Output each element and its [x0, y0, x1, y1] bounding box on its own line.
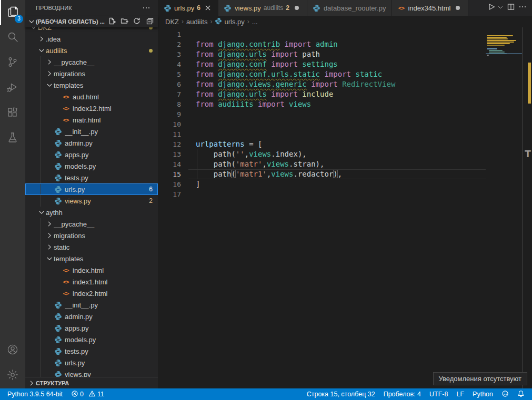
minimap[interactable] — [486, 27, 523, 388]
code-line-10[interactable]: 10 — [158, 119, 523, 129]
tree-item-tests.py[interactable]: tests.py — [25, 172, 158, 183]
tree-item-urls.py[interactable]: urls.py6 — [25, 183, 158, 195]
tree-item-matr.html[interactable]: <>matr.html — [25, 114, 158, 126]
code-line-17[interactable]: 17 — [158, 189, 523, 199]
tree-item-audiiits[interactable]: audiiits — [25, 45, 158, 56]
code-line-13[interactable]: 13 path('',views.index), — [158, 149, 523, 159]
language-mode-status[interactable]: Python — [468, 388, 497, 400]
line-number: 12 — [158, 139, 181, 149]
code-line-4[interactable]: 4from django.conf import settings — [158, 59, 523, 69]
tree-item-.idea[interactable]: .idea — [25, 33, 158, 45]
breadcrumb-item[interactable]: audiiits — [186, 18, 207, 26]
workspace-section-header[interactable]: (РАБОЧАЯ ОБЛАСТЬ) ... — [25, 16, 158, 27]
python-interpreter-status[interactable]: Python 3.9.5 64-bit — [3, 388, 67, 400]
collapse-folders-button[interactable] — [144, 16, 155, 27]
problems-status[interactable]: 0 11 — [67, 388, 108, 400]
eol-status[interactable]: LF — [452, 388, 468, 400]
activity-bar-item-account[interactable] — [0, 338, 25, 363]
tree-item-admin.py[interactable]: admin.py — [25, 311, 158, 322]
code-line-5[interactable]: 5from django.conf.urls.static import sta… — [158, 69, 523, 79]
tree-item-__init__.py[interactable]: __init__.py — [25, 126, 158, 137]
status-bar: Python 3.9.5 64-bit 0 11 Строка 15, стол… — [0, 388, 532, 400]
code-editor[interactable]: 12from django.contrib import admin3from … — [158, 27, 532, 388]
file-name: __init__.py — [65, 301, 158, 309]
code-line-12[interactable]: 12urlpatterns = [ — [158, 139, 523, 149]
tab-urls.py[interactable]: urls.py6 — [158, 0, 218, 16]
tree-item-__init__.py[interactable]: __init__.py — [25, 299, 158, 311]
feedback-button[interactable] — [497, 388, 513, 400]
code-line-16[interactable]: 16] — [158, 179, 523, 189]
tree-item-templates[interactable]: templates — [25, 79, 158, 91]
breadcrumb-item[interactable]: urls.py — [215, 17, 244, 26]
code-line-11[interactable]: 11 — [158, 129, 523, 139]
tree-item-admin.py[interactable]: admin.py — [25, 137, 158, 149]
tree-item-apps.py[interactable]: apps.py — [25, 322, 158, 334]
code-line-7[interactable]: 7from django.urls import include — [158, 89, 523, 99]
tree-item-templates[interactable]: templates — [25, 253, 158, 264]
tab-description: audiiits — [264, 4, 283, 12]
breadcrumb-item[interactable]: ... — [252, 18, 258, 26]
dirty-indicator[interactable] — [453, 3, 463, 13]
tree-item-index2.html[interactable]: <>index2.html — [25, 288, 158, 299]
tree-item-urls.py[interactable]: urls.py — [25, 357, 158, 368]
indentation-status[interactable]: Пробелов: 4 — [379, 388, 425, 400]
activity-bar-item-explorer[interactable]: 3 — [0, 0, 25, 25]
activity-bar-item-search[interactable] — [0, 25, 25, 50]
tab-index345.html[interactable]: <>index345.html — [392, 0, 468, 16]
tree-item-index.html[interactable]: <>index.html — [25, 264, 158, 276]
code-line-8[interactable]: 8from audiiits import views — [158, 99, 523, 109]
tree-item-views.py[interactable]: views.py2 — [25, 195, 158, 207]
breadcrumb-item[interactable]: DKZ — [165, 18, 179, 26]
notifications-bell-button[interactable] — [513, 388, 529, 400]
encoding-status[interactable]: UTF-8 — [425, 388, 452, 400]
tree-item-aud.html[interactable]: <>aud.html — [25, 91, 158, 102]
tree-item-DKZ[interactable]: DKZ — [25, 27, 158, 33]
run-dropdown-button[interactable] — [498, 2, 505, 14]
new-file-button[interactable] — [106, 16, 117, 27]
file-name: tests.py — [65, 347, 158, 355]
line-number: 4 — [158, 59, 181, 69]
tree-item-migrations[interactable]: migrations — [25, 68, 158, 79]
activity-bar-item-source-control[interactable] — [0, 50, 25, 76]
tree-item-migrations[interactable]: migrations — [25, 230, 158, 241]
more-actions-button[interactable] — [517, 2, 528, 14]
tree-item-views.py[interactable]: views.py — [25, 368, 158, 377]
activity-bar-item-extensions[interactable] — [0, 101, 25, 126]
tree-item-index1.html[interactable]: <>index1.html — [25, 276, 158, 288]
tree-item-__pycache__[interactable]: __pycache__ — [25, 56, 158, 68]
overview-warning-marker — [528, 63, 531, 104]
cursor-position-status[interactable]: Строка 15, столбец 32 — [303, 388, 379, 400]
activity-bar-item-testing[interactable] — [0, 126, 25, 151]
run-python-file-button[interactable] — [486, 2, 497, 14]
python-file-icon — [54, 139, 62, 147]
tree-item-models.py[interactable]: models.py — [25, 160, 158, 172]
code-line-3[interactable]: 3from django.urls import path — [158, 49, 523, 59]
html-file-icon: <> — [62, 104, 70, 112]
dirty-indicator[interactable] — [292, 3, 302, 13]
code-line-2[interactable]: 2from django.contrib import admin — [158, 39, 523, 49]
split-editor-button[interactable] — [506, 2, 516, 14]
code-line-14[interactable]: 14 path('matr',views.stran), — [158, 159, 523, 169]
tree-item-apps.py[interactable]: apps.py — [25, 149, 158, 160]
tree-item-tests.py[interactable]: tests.py — [25, 345, 158, 357]
close-icon[interactable] — [203, 3, 213, 13]
tab-database_roouter.py[interactable]: database_roouter.py — [307, 0, 392, 16]
tree-item-models.py[interactable]: models.py — [25, 334, 158, 345]
activity-bar-item-settings[interactable] — [0, 363, 25, 388]
refresh-explorer-button[interactable] — [132, 16, 142, 27]
code-line-1[interactable]: 1 — [158, 29, 523, 39]
tree-item-__pycache__[interactable]: __pycache__ — [25, 218, 158, 230]
tree-item-index12.html[interactable]: <>index12.html — [25, 102, 158, 114]
activity-bar-item-run-and-debug[interactable] — [0, 76, 25, 101]
code-line-6[interactable]: 6from django.views.generic import Redire… — [158, 79, 523, 89]
explorer-more-actions-icon[interactable] — [141, 3, 152, 13]
file-name: index12.html — [73, 105, 158, 112]
tree-item-aythh[interactable]: aythh — [25, 207, 158, 218]
code-line-9[interactable]: 9 — [158, 109, 523, 119]
tree-item-static[interactable]: static — [25, 241, 158, 253]
new-folder-button[interactable] — [119, 16, 129, 27]
tab-views.py[interactable]: views.pyaudiiits2 — [218, 0, 307, 16]
outline-section-header[interactable]: СТРУКТУРА — [25, 377, 158, 388]
editor-scrollbar[interactable]: T — [523, 27, 532, 388]
code-line-15[interactable]: 15 path('matr1',views.redactor), — [158, 169, 523, 179]
